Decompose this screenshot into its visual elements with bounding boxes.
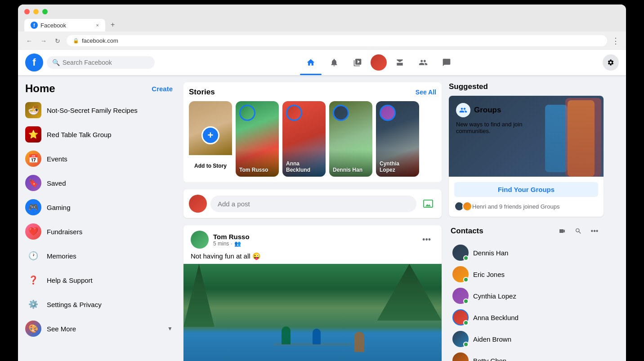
sidebar-item-see-more[interactable]: 🎨 See More ▼ <box>22 317 176 340</box>
sidebar-item-label: Events <box>47 155 67 163</box>
main-content: Home Create 🍜 Not-So-Secret Family Recip… <box>18 75 626 361</box>
sidebar-item-red-table[interactable]: ⭐ Red Table Talk Group <box>22 123 176 146</box>
contact-name-dennis: Dennis Han <box>473 249 508 257</box>
story-avatar-3 <box>380 105 396 121</box>
contact-name-cynthia: Cynthia Lopez <box>473 292 516 300</box>
contacts-title: Contacts <box>451 227 483 236</box>
story-add-circle-icon: + <box>201 126 219 144</box>
right-sidebar: Suggested <box>445 82 607 361</box>
facebook-logo[interactable]: f <box>25 53 43 71</box>
app-header: f 🔍 <box>18 50 626 75</box>
post-user-name[interactable]: Tom Russo <box>213 233 414 241</box>
contact-avatar-wrap-eric <box>452 266 469 282</box>
contacts-video-button[interactable] <box>555 224 569 238</box>
contact-avatar-wrap-dennis <box>452 245 469 261</box>
story-card-2[interactable]: Dennis Han <box>329 101 372 177</box>
story-avatar-2 <box>333 105 349 121</box>
story-card-0[interactable]: Tom Russo <box>236 101 279 177</box>
post-photo-button[interactable] <box>420 196 436 212</box>
nav-groups-button[interactable] <box>412 52 434 73</box>
center-feed: Stories See All + Add to Story <box>180 82 445 361</box>
suggested-section: Suggested <box>449 82 604 217</box>
contact-name-aiden: Aiden Brown <box>473 335 511 343</box>
stories-list: + Add to Story Tom Russo <box>189 101 436 177</box>
nav-notifications-button[interactable] <box>323 52 345 73</box>
tab-favicon: f <box>31 22 38 29</box>
sidebar-group-icon-red-table: ⭐ <box>25 126 41 143</box>
post-box-inner <box>189 195 436 213</box>
contact-avatar-betty <box>452 352 469 361</box>
contact-name-anna: Anna Becklund <box>473 314 519 321</box>
contact-name-eric: Eric Jones <box>473 271 505 278</box>
groups-icon <box>456 103 470 117</box>
story-card-1[interactable]: Anna Becklund <box>282 101 326 177</box>
tab-close-button[interactable]: × <box>96 22 99 28</box>
contact-item-dennis[interactable]: Dennis Han <box>449 242 604 263</box>
address-bar[interactable]: 🔒 facebook.com <box>67 35 607 46</box>
nav-refresh-button[interactable]: ↻ <box>53 36 62 46</box>
search-box[interactable]: 🔍 <box>47 56 155 69</box>
browser-menu-button[interactable]: ⋮ <box>612 36 620 46</box>
groups-joined-label: Henri and 9 friends joined Groups <box>472 203 559 210</box>
sidebar-create-button[interactable]: Create <box>152 85 173 93</box>
settings-button[interactable] <box>603 54 619 71</box>
sidebar-item-label: See More <box>47 325 76 333</box>
traffic-light-green[interactable] <box>42 9 48 14</box>
post-meta: 5 mins · 👥 <box>213 241 414 247</box>
find-groups-button[interactable]: Find Your Groups <box>454 182 598 197</box>
sidebar-item-label: Settings & Privacy <box>47 301 102 308</box>
sidebar-item-help[interactable]: ❓ Help & Support <box>22 268 176 292</box>
sidebar-item-gaming[interactable]: 🎮 Gaming <box>22 196 176 219</box>
sidebar-item-label: Help & Support <box>47 276 93 284</box>
sidebar-item-memories[interactable]: 🕐 Memories <box>22 244 176 267</box>
browser-tab-facebook[interactable]: f Facebook × <box>24 19 105 31</box>
contacts-search-button[interactable] <box>571 224 586 238</box>
post-user-info: Tom Russo 5 mins · 👥 <box>213 233 414 247</box>
left-sidebar: Home Create 🍜 Not-So-Secret Family Recip… <box>18 82 180 361</box>
sidebar-item-events[interactable]: 📅 Events <box>22 147 176 170</box>
sidebar-item-saved[interactable]: 🔖 Saved <box>22 171 176 195</box>
sidebar-item-label: Not-So-Secret Family Recipes <box>47 107 138 114</box>
groups-joined-text: Henri and 9 friends joined Groups <box>454 201 598 211</box>
search-icon: 🔍 <box>52 59 60 66</box>
groups-card-body: Find Your Groups Henri and 9 friends joi… <box>449 177 604 217</box>
traffic-light-red[interactable] <box>24 9 30 14</box>
settings-icon: ⚙️ <box>25 296 41 312</box>
sidebar-item-settings[interactable]: ⚙️ Settings & Privacy <box>22 293 176 316</box>
nav-forward-button[interactable]: → <box>39 36 49 46</box>
memories-icon: 🕐 <box>25 248 41 264</box>
contacts-section: Contacts ••• <box>449 224 604 361</box>
new-tab-button[interactable]: + <box>106 18 119 31</box>
nav-messenger-button[interactable] <box>436 52 457 73</box>
story-name-3: Cynthia Lopez <box>380 160 416 173</box>
stories-see-all-button[interactable]: See All <box>416 89 436 96</box>
contact-item-cynthia[interactable]: Cynthia Lopez <box>449 285 604 307</box>
nav-back-button[interactable]: ← <box>24 36 34 46</box>
contact-item-anna[interactable]: Anna Becklund <box>449 307 604 328</box>
sidebar-item-fundraisers[interactable]: ❤️ Fundraisers <box>22 220 176 243</box>
stories-section: Stories See All + Add to Story <box>183 82 442 182</box>
contacts-more-button[interactable]: ••• <box>587 224 602 238</box>
nav-marketplace-button[interactable] <box>389 52 411 73</box>
story-add-card[interactable]: + Add to Story <box>189 101 232 177</box>
story-name-0: Tom Russo <box>239 167 275 173</box>
online-indicator-cynthia <box>463 299 469 304</box>
nav-video-button[interactable] <box>347 52 368 73</box>
search-input[interactable] <box>63 59 149 66</box>
online-indicator-eric <box>463 277 469 282</box>
nav-home-button[interactable] <box>300 52 322 73</box>
post-input-field[interactable] <box>210 196 416 212</box>
sidebar-item-family-recipes[interactable]: 🍜 Not-So-Secret Family Recipes <box>22 98 176 122</box>
traffic-light-yellow[interactable] <box>33 9 39 14</box>
post-card: Tom Russo 5 mins · 👥 ••• Not having fun … <box>183 225 442 361</box>
nav-user-avatar[interactable] <box>370 54 387 71</box>
post-more-button[interactable]: ••• <box>419 233 434 246</box>
contact-item-eric[interactable]: Eric Jones <box>449 263 604 285</box>
post-header: Tom Russo 5 mins · 👥 ••• <box>183 225 442 249</box>
groups-joined-avatars <box>454 201 470 211</box>
contact-item-betty[interactable]: Betty Chen <box>449 350 604 361</box>
contact-item-aiden[interactable]: Aiden Brown <box>449 328 604 350</box>
story-card-3[interactable]: Cynthia Lopez <box>376 101 419 177</box>
current-user-avatar <box>189 195 207 213</box>
sidebar-group-icon-family: 🍜 <box>25 102 41 118</box>
